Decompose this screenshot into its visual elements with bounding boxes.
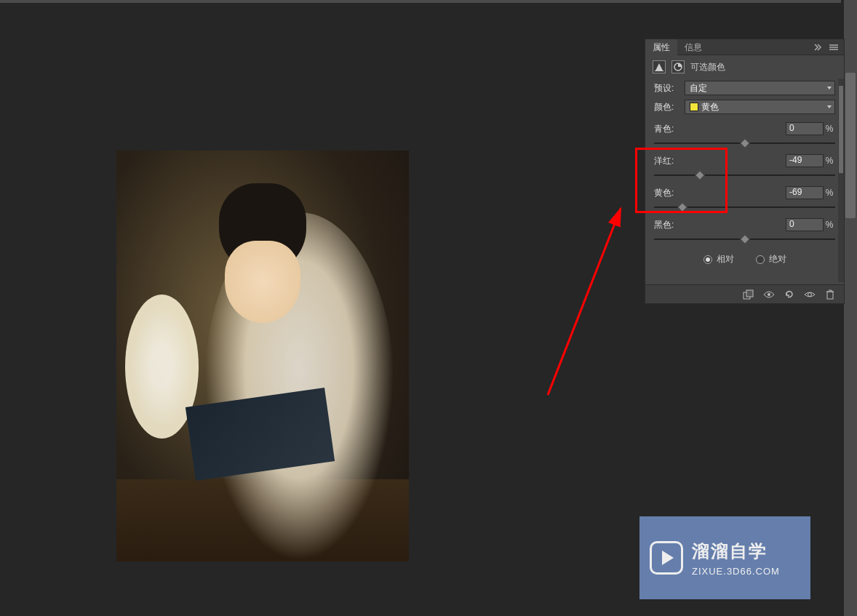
svg-point-4 [768,293,770,296]
magenta-slider[interactable] [654,170,835,180]
svg-rect-6 [827,292,833,299]
panel-inner-scrollbar[interactable] [838,79,844,282]
vertical-scrollbar[interactable] [844,0,857,616]
properties-panel: 属性 信息 可选颜色 预设: 自定 颜色: [645,39,845,304]
watermark-play-icon [650,541,683,575]
adjustment-target-icon[interactable] [653,60,666,73]
radio-checked-icon [703,255,712,264]
color-value: 黄色 [701,101,719,113]
black-slider-thumb[interactable] [739,234,749,244]
yellow-value-input[interactable]: -69 [786,186,824,199]
percent-label: % [824,124,835,134]
percent-label: % [824,156,835,166]
watermark-subtitle: ZIXUE.3D66.COM [692,566,780,577]
watermark: 溜溜自学 ZIXUE.3D66.COM [639,516,810,599]
watermark-title: 溜溜自学 [692,540,780,563]
cyan-slider-thumb[interactable] [739,138,749,148]
mode-relative-label: 相对 [717,253,734,265]
adjustment-title: 可选颜色 [690,61,725,73]
svg-rect-0 [655,71,663,71]
black-slider-row: 黑色: 0 % [654,217,835,244]
cyan-value-input[interactable]: 0 [786,122,824,135]
svg-point-5 [808,292,812,296]
yellow-label: 黄色: [654,187,786,199]
percent-label: % [824,188,835,198]
magenta-label: 洋红: [654,155,786,167]
cyan-label: 青色: [654,123,786,135]
svg-rect-3 [746,290,753,297]
preset-value: 自定 [690,82,707,95]
toggle-visibility-icon[interactable] [803,288,816,301]
tab-info[interactable]: 信息 [677,39,709,55]
panel-inner-scroll-thumb[interactable] [839,86,843,173]
clip-to-layer-icon[interactable] [742,288,755,301]
yellow-slider[interactable] [654,202,835,212]
black-slider[interactable] [654,234,835,244]
scrollbar-thumb[interactable] [845,73,856,218]
black-value-input[interactable]: 0 [786,218,824,231]
panel-footer [645,284,844,303]
magenta-slider-row: 洋红: -49 % [654,153,835,180]
collapse-panel-icon[interactable] [812,41,824,53]
mode-absolute-radio[interactable]: 绝对 [756,253,786,265]
magenta-value-input[interactable]: -49 [786,154,824,167]
reset-icon[interactable] [783,288,796,301]
document-image[interactable] [116,151,409,561]
preset-dropdown[interactable]: 自定 [685,81,835,95]
percent-label: % [824,220,835,230]
chevron-down-icon [827,87,832,89]
mode-relative-radio[interactable]: 相对 [703,253,734,265]
panel-tab-bar: 属性 信息 [645,39,844,55]
panel-menu-icon[interactable] [828,41,840,53]
tab-properties[interactable]: 属性 [645,39,677,55]
black-label: 黑色: [654,219,786,231]
adjustment-header: 可选颜色 [645,55,844,79]
yellow-slider-thumb[interactable] [677,202,687,212]
panel-body: 预设: 自定 颜色: 黄色 青色: 0 % [645,79,844,282]
mode-absolute-label: 绝对 [769,253,786,265]
yellow-slider-row: 黄色: -69 % [654,185,835,212]
selective-color-icon [671,60,685,73]
magenta-slider-thumb[interactable] [695,170,705,180]
color-label: 颜色: [654,101,680,113]
mode-radio-group: 相对 绝对 [654,253,835,265]
color-dropdown[interactable]: 黄色 [685,100,835,114]
chevron-down-icon [827,105,832,108]
image-region-face [225,241,301,323]
view-previous-state-icon[interactable] [762,288,776,301]
delete-icon[interactable] [824,288,837,301]
cyan-slider-row: 青色: 0 % [654,121,835,148]
cyan-slider[interactable] [654,138,835,148]
preset-label: 预设: [654,82,680,95]
color-swatch [690,103,698,111]
radio-unchecked-icon [756,255,765,264]
